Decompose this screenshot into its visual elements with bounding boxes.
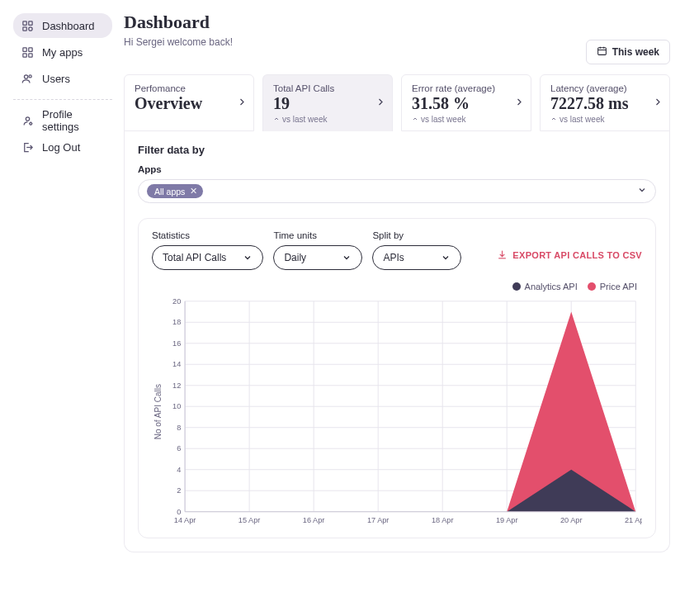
chevron-right-icon [237,97,247,109]
chip-remove-icon[interactable]: ✕ [190,186,197,197]
caret-up-icon [273,115,280,124]
filter-apps-label: Apps [138,164,656,174]
svg-text:20 Apr: 20 Apr [560,516,583,524]
user-settings-icon [21,115,34,127]
svg-text:0: 0 [177,508,181,516]
sidebar-item-profile-settings[interactable]: Profile settings [13,108,112,133]
chevron-down-icon [637,185,647,197]
caret-up-icon [550,115,557,124]
legend-item-analytics[interactable]: Analytics API [512,282,578,291]
sidebar-divider [13,99,112,100]
filter-panel: Filter data by Apps All apps ✕ Statistic… [124,130,670,552]
chart-panel: Statistics Total API Calls Time units Da… [138,218,656,538]
stat-delta-text: vs last week [282,115,327,124]
svg-point-11 [30,122,32,125]
chip-label: All apps [154,187,185,197]
svg-text:18 Apr: 18 Apr [432,516,454,524]
svg-point-3 [29,26,32,30]
svg-rect-6 [23,53,26,56]
apps-multiselect[interactable]: All apps ✕ [138,179,656,203]
sidebar-item-myapps[interactable]: My apps [13,40,112,64]
timeunits-value: Daily [284,252,306,263]
chart-ylabel: No of API Calls [152,384,163,439]
api-calls-chart: 0246810121416182014 Apr15 Apr16 Apr17 Ap… [163,296,642,528]
svg-text:16: 16 [172,339,181,348]
export-csv-link[interactable]: EXPORT API CALLS TO CSV [497,249,642,262]
stat-card-latency[interactable]: Latency (average) 7227.58 ms vs last wee… [540,74,670,131]
sidebar-item-label: Log Out [42,141,80,154]
chart-legend: Analytics API Price API [152,282,642,291]
stat-delta: vs last week [412,115,521,124]
stat-label: Total API Calls [273,83,382,93]
chip-all-apps[interactable]: All apps ✕ [147,184,203,198]
svg-text:17 Apr: 17 Apr [367,516,390,524]
main-content: Dashboard Hi Sergei welcome back! This w… [119,0,680,616]
svg-rect-5 [29,47,32,50]
statistics-value: Total API Calls [163,252,226,263]
svg-text:20: 20 [172,297,181,306]
filter-title: Filter data by [138,144,656,156]
chevron-right-icon [514,97,524,109]
legend-label: Analytics API [525,282,578,291]
stat-card-error-rate[interactable]: Error rate (average) 31.58 % vs last wee… [401,74,531,131]
statistics-label: Statistics [152,230,263,240]
svg-text:4: 4 [177,466,181,474]
legend-dot [512,282,521,291]
svg-text:15 Apr: 15 Apr [238,516,261,524]
stat-label: Latency (average) [550,83,659,93]
svg-text:2: 2 [177,486,181,495]
svg-point-9 [29,74,31,77]
svg-text:12: 12 [172,381,181,390]
sidebar-item-logout[interactable]: Log Out [13,135,112,159]
sidebar-item-label: My apps [42,46,83,59]
timeunits-select[interactable]: Daily [273,245,362,270]
page-subtitle: Hi Sergei welcome back! [124,36,233,48]
sidebar-item-label: Dashboard [42,20,95,32]
chevron-right-icon [375,97,385,110]
statistics-select[interactable]: Total API Calls [152,245,263,270]
grid-icon [21,20,34,32]
logout-icon [21,141,34,154]
stat-value: 7227.58 ms [550,94,659,113]
legend-item-price[interactable]: Price API [588,282,637,291]
sidebar-item-users[interactable]: Users [13,66,112,91]
caret-up-icon [412,115,418,124]
chevron-down-icon [342,253,352,263]
svg-rect-1 [29,21,32,24]
stat-value: 31.58 % [412,94,521,113]
sidebar-item-label: Users [42,73,70,85]
svg-text:14 Apr: 14 Apr [174,516,196,524]
chevron-right-icon [653,97,663,109]
svg-text:16 Apr: 16 Apr [303,516,325,524]
svg-rect-2 [23,26,26,30]
svg-rect-7 [29,53,32,56]
stats-row: Perfomance Overview Total API Calls 19 v… [124,74,670,131]
svg-text:18: 18 [172,318,181,326]
svg-rect-4 [23,47,26,50]
chevron-down-icon [243,253,253,263]
stat-delta-text: vs last week [560,115,604,124]
apps-icon [21,46,34,59]
stat-delta-text: vs last week [421,115,465,124]
svg-text:19 Apr: 19 Apr [496,516,518,524]
stat-card-performance[interactable]: Perfomance Overview [124,74,254,131]
stat-label: Error rate (average) [412,83,521,93]
svg-text:8: 8 [177,424,181,432]
date-range-label: This week [612,46,659,58]
stat-value: 19 [273,94,382,113]
sidebar-item-dashboard[interactable]: Dashboard [13,13,112,38]
svg-point-8 [24,74,27,78]
splitby-select[interactable]: APIs [372,245,461,270]
users-icon [21,73,34,85]
svg-rect-0 [23,21,26,24]
sidebar: Dashboard My apps Users Profile settings… [0,0,119,616]
date-range-button[interactable]: This week [586,40,670,64]
svg-rect-12 [597,48,606,55]
svg-text:21 Apr: 21 Apr [625,516,642,524]
stat-card-total-api-calls[interactable]: Total API Calls 19 vs last week [262,74,393,131]
stat-label: Perfomance [135,83,243,93]
calendar-icon [597,45,607,59]
stat-value: Overview [135,94,243,113]
splitby-value: APIs [383,252,404,263]
stat-delta: vs last week [273,115,382,124]
